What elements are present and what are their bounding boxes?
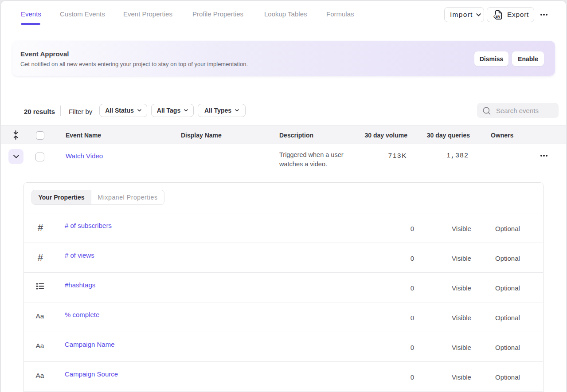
svg-text:csv: csv bbox=[493, 14, 501, 18]
